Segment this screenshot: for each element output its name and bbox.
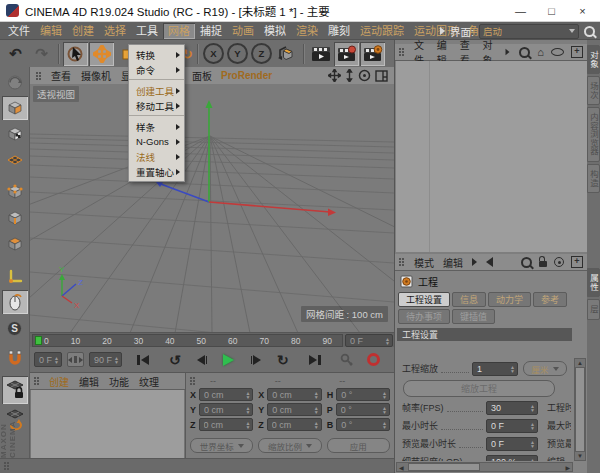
viewport-menu-panel[interactable]: 面板 [192, 68, 212, 83]
manager-tab[interactable]: 场次 [587, 76, 600, 105]
next-key-button[interactable]: ↻ [272, 350, 294, 370]
scroll-down-icon[interactable]: ▼ [577, 453, 583, 459]
object-list[interactable] [396, 61, 587, 252]
minimize-button[interactable]: — [505, 0, 536, 22]
viewport-menu-item[interactable]: 查看 [51, 68, 71, 83]
panel-grip[interactable] [399, 48, 401, 50]
scale-project-button[interactable]: 缩放工程 [403, 380, 555, 397]
lock-workplane-button[interactable] [2, 376, 28, 404]
manager-tab[interactable]: 构造 [587, 164, 600, 193]
unit-select[interactable]: 厘米 [523, 361, 567, 376]
toggle-views-icon[interactable] [375, 70, 388, 82]
material-menu-item[interactable]: 功能 [109, 374, 129, 389]
make-editable-button[interactable] [2, 70, 28, 94]
visibility-icon[interactable] [551, 48, 564, 56]
viewport-menu-prorender[interactable]: ProRender [221, 70, 272, 81]
attribute-tab[interactable]: 动力学 [488, 292, 531, 307]
menu-item[interactable]: 选择 [99, 23, 131, 39]
spinner-icon[interactable]: ▲▼ [312, 406, 319, 414]
panel-grip[interactable] [399, 258, 401, 260]
render-picture-viewer-button[interactable] [334, 42, 359, 66]
spinner-icon[interactable]: ▲▼ [528, 422, 535, 430]
setting-field[interactable]: 0 F ▲▼ [486, 419, 538, 433]
home-icon[interactable]: ⌂ [537, 47, 544, 58]
scroll-up-icon[interactable]: ▲ [577, 360, 583, 366]
scroll-left-icon[interactable]: ◀ [399, 464, 404, 471]
close-button[interactable]: × [567, 0, 598, 22]
coordinate-field[interactable]: 0 cm ▲▼ [267, 418, 322, 431]
spinner-icon[interactable]: ▲▼ [243, 391, 250, 399]
next-frame-button[interactable] [245, 350, 267, 370]
move-tool-button[interactable] [89, 42, 114, 66]
lock-z-axis-button[interactable]: Z [250, 42, 273, 65]
viewport-canvas[interactable]: Y Z X 透视视图 网格间距 : 100 cm [30, 84, 394, 332]
snap-toggle-button[interactable]: S [2, 316, 28, 340]
interface-select[interactable]: 启动 [479, 24, 579, 39]
goto-end-button[interactable] [304, 350, 326, 370]
spinner-icon[interactable]: ▲▼ [312, 391, 319, 399]
zoom-view-icon[interactable] [345, 69, 354, 82]
viewport-solo-button[interactable] [2, 290, 28, 314]
coordinate-system-select[interactable]: 世界坐标 [190, 438, 253, 453]
mesh-menu-item[interactable]: N-Gons [129, 134, 184, 149]
spinner-icon[interactable]: ▲▼ [528, 404, 535, 412]
section-header[interactable]: 工程设置 [397, 328, 572, 341]
manager-tab[interactable]: 对象 [587, 45, 600, 74]
spinner-icon[interactable]: ▲▼ [243, 406, 250, 414]
apply-button[interactable]: 应用 [327, 438, 390, 453]
project-scale-field[interactable]: 1 ▲▼ [472, 362, 518, 376]
material-menu-item[interactable]: 创建 [49, 374, 69, 389]
spinner-icon[interactable]: ▲▼ [52, 356, 59, 364]
coordinate-field[interactable]: 0 cm ▲▼ [199, 403, 253, 416]
mesh-menu-item[interactable]: 样条 [129, 119, 184, 134]
add-icon[interactable]: + [571, 256, 583, 268]
scrollbar-thumb[interactable] [408, 463, 480, 471]
points-mode-button[interactable] [2, 180, 28, 204]
menu-item[interactable]: 运动跟踪 [355, 23, 409, 39]
lock-y-axis-button[interactable]: Y [226, 42, 249, 65]
manager-tab[interactable]: 层 [587, 299, 600, 320]
current-frame-field[interactable]: 0 F ▲▼ [345, 334, 393, 347]
menu-item[interactable]: 雕刻 [323, 23, 355, 39]
workplane-mode-button[interactable] [2, 148, 28, 172]
menu-item[interactable]: 动画 [227, 23, 259, 39]
attribute-menu-item[interactable]: 模式 [414, 255, 434, 270]
search-icon[interactable] [521, 257, 532, 268]
viewport-menu-item[interactable]: 摄像机 [81, 68, 111, 83]
play-button[interactable] [218, 350, 240, 370]
autokey-button[interactable] [363, 350, 385, 370]
panel-grip[interactable] [4, 462, 6, 464]
preview-range-toggle[interactable] [67, 352, 84, 367]
model-mode-button[interactable] [2, 96, 28, 120]
live-selection-button[interactable] [63, 42, 88, 66]
coordinate-field[interactable]: 0 cm ▲▼ [199, 388, 253, 401]
attribute-tab[interactable]: 参考 [533, 292, 567, 307]
magnet-snap-button[interactable] [2, 346, 28, 370]
spinner-icon[interactable]: ▲▼ [383, 337, 390, 345]
record-keyframe-button[interactable] [336, 350, 358, 370]
mesh-menu-item[interactable]: 转换 [129, 47, 184, 62]
spinner-icon[interactable]: ▲▼ [528, 440, 535, 448]
history-forward-icon[interactable] [472, 258, 477, 266]
previous-frame-button[interactable] [191, 350, 213, 370]
range-start-field[interactable]: 0 F ▲▼ [34, 352, 62, 367]
menu-item[interactable]: 捕捉 [195, 23, 227, 39]
menu-item[interactable]: 工具 [131, 23, 163, 39]
menu-item[interactable]: 模拟 [259, 23, 291, 39]
enable-axis-button[interactable] [2, 264, 28, 288]
spinner-icon[interactable]: ▲▼ [380, 406, 387, 414]
menu-item[interactable]: 渲染 [291, 23, 323, 39]
render-view-button[interactable] [308, 42, 333, 66]
goto-start-button[interactable] [132, 350, 154, 370]
redo-button[interactable]: ↷ [29, 42, 54, 66]
attribute-tab[interactable]: 待办事项 [398, 309, 450, 324]
material-list[interactable] [31, 390, 184, 458]
menu-item[interactable]: 编辑 [35, 23, 67, 39]
target-icon[interactable] [554, 257, 564, 267]
lock-icon[interactable] [539, 261, 547, 267]
texture-mode-button[interactable] [2, 122, 28, 146]
scroll-right-icon[interactable]: ▶ [565, 464, 570, 471]
vertical-scrollbar[interactable]: ▲ ▼ [574, 358, 586, 461]
coordinate-field[interactable]: 0 cm ▲▼ [199, 418, 254, 431]
mesh-menu-item[interactable]: 重置轴心 [129, 164, 184, 179]
